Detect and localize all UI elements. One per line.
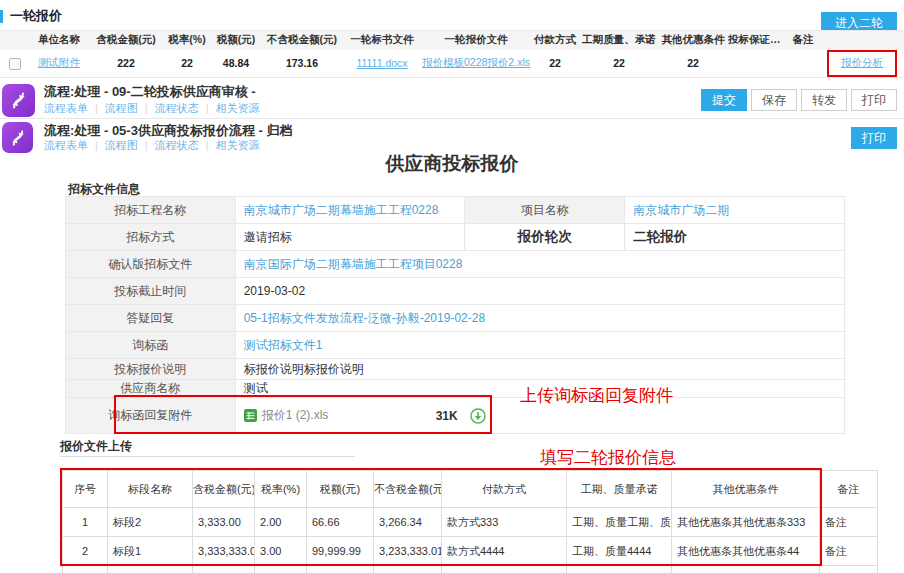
quote-header-row: 序号 标段名称 含税金额(元) 税率(%) 税额(元) 不含税金额(元) 付款方… xyxy=(63,471,878,508)
workflow-buttons: 提交 保存 转发 打印 xyxy=(701,89,897,111)
form-row: 投标报价说明 标报价说明标报价说明 xyxy=(66,359,845,380)
cell-seq: 2 xyxy=(63,537,108,566)
page: 一轮报价 进入二轮 单位名称 含税金额(元) 税率(%) 税额(元) 不含税金额… xyxy=(0,0,904,573)
workflow-title: 流程:处理 - 09-二轮投标供应商审核 - xyxy=(44,83,256,101)
col-header: 付款方式 xyxy=(442,471,567,508)
divider: | xyxy=(206,102,209,114)
cell-amount: 222 xyxy=(88,50,164,78)
cell-quality: 22 xyxy=(580,50,658,78)
workflow-links: 流程表单|流程图|流程状态|相关资源 xyxy=(44,101,260,116)
forward-button[interactable]: 转发 xyxy=(801,89,847,111)
cell-no-tax: 173.16 xyxy=(262,50,342,78)
cell-rate: 2.00 xyxy=(255,508,307,537)
wf-link-diagram[interactable]: 流程图 xyxy=(105,139,138,151)
confirm-doc-link[interactable]: 南京国际广场二期幕墙施工工程项目0228 xyxy=(244,257,463,271)
download-icon[interactable] xyxy=(470,408,486,424)
col-header: 其他优惠条件 xyxy=(658,31,728,50)
divider: | xyxy=(206,139,209,151)
col-header: 工期质量、承诺 xyxy=(580,31,658,50)
cell-note: 备注 xyxy=(820,508,878,537)
col-header: 其他优惠条件 xyxy=(672,471,820,508)
cell-amount: 3,333.00 xyxy=(193,508,255,537)
cell-rate: 22 xyxy=(164,50,210,78)
divider: | xyxy=(95,102,98,114)
quote-row: 1 标段2 3,333.00 2.00 66.66 3,266.34 款方式33… xyxy=(63,508,878,537)
form-row: 招标方式 邀请招标 报价轮次 二轮报价 xyxy=(66,224,845,251)
workflow-2: 流程:处理 - 05-3供应商投标报价流程 - 归档 流程表单|流程图|流程状态… xyxy=(0,120,904,151)
wf-link-form[interactable]: 流程表单 xyxy=(44,102,88,114)
form-row: 投标截止时间 2019-03-02 xyxy=(66,278,845,305)
cell-section: 标段2 xyxy=(108,508,193,537)
unit-name-link[interactable]: 测试附件 xyxy=(38,56,80,68)
field-label: 询标函 xyxy=(66,332,236,359)
save-button[interactable]: 保存 xyxy=(751,89,797,111)
form-row: 确认版招标文件 南京国际广场二期幕墙施工工程项目0228 xyxy=(66,251,845,278)
cell-quality: 工期、质量4444 xyxy=(567,537,672,566)
project-name-link[interactable]: 南京城市广场二期幕墙施工工程0228 xyxy=(244,203,439,217)
cell-note xyxy=(786,50,820,78)
select-all-header xyxy=(0,31,30,50)
bid-file-link[interactable]: 11111.docx xyxy=(356,57,407,69)
cell-section: 标段1 xyxy=(108,537,193,566)
print-button[interactable]: 打印 xyxy=(851,89,897,111)
col-header: 序号 xyxy=(63,471,108,508)
form-row: 询标函 测试招标文件1 xyxy=(66,332,845,359)
quote-upload-table: 序号 标段名称 含税金额(元) 税率(%) 税额(元) 不含税金额(元) 付款方… xyxy=(62,470,878,573)
table-row: 测试附件 222 22 48.84 173.16 11111.docx 报价模板… xyxy=(0,50,904,78)
cell-note: 备注 xyxy=(820,537,878,566)
attachment-size: 31K xyxy=(436,409,458,423)
first-round-header-row: 单位名称 含税金额(元) 税率(%) 税额(元) 不含税金额(元) 一轮标书文件… xyxy=(0,31,904,50)
col-header: 投标保证金证... xyxy=(728,31,786,50)
wf-link-diagram[interactable]: 流程图 xyxy=(105,102,138,114)
cell-tax: 66.66 xyxy=(307,508,374,537)
wf-link-resources[interactable]: 相关资源 xyxy=(216,102,260,114)
wf-link-status[interactable]: 流程状态 xyxy=(155,102,199,114)
col-header: 一轮报价文件 xyxy=(422,31,530,50)
round-label: 报价轮次 xyxy=(465,224,625,251)
quote-row-partial xyxy=(63,566,878,573)
col-header: 单位名称 xyxy=(30,31,88,50)
first-round-table: 单位名称 含税金额(元) 税率(%) 税额(元) 不含税金额(元) 一轮标书文件… xyxy=(0,30,904,78)
col-header: 付款方式 xyxy=(530,31,580,50)
col-header: 一轮标书文件 xyxy=(342,31,422,50)
cell-payment: 款方式333 xyxy=(442,508,567,537)
field-label: 招标方式 xyxy=(66,224,236,251)
attachment-filename[interactable]: 报价1 (2).xls xyxy=(262,407,329,424)
form-row: 供应商名称 测试 xyxy=(66,380,845,398)
row-checkbox[interactable] xyxy=(9,58,21,70)
field-label: 招标工程名称 xyxy=(66,197,236,224)
cell-other: 22 xyxy=(658,50,728,78)
page-title: 供应商投标报价 xyxy=(0,151,904,177)
cell-other: 其他优惠条其他优惠条44 xyxy=(672,537,820,566)
col-header: 不含税金额(元) xyxy=(374,471,442,508)
submit-button[interactable]: 提交 xyxy=(701,89,747,111)
cell-seq: 1 xyxy=(63,508,108,537)
first-round-header: 一轮报价 xyxy=(0,7,62,25)
excel-file-icon xyxy=(244,409,257,422)
col-header: 税额(元) xyxy=(210,31,262,50)
wf-link-status[interactable]: 流程状态 xyxy=(155,139,199,151)
field-label: 答疑回复 xyxy=(66,305,236,332)
quote-file-link[interactable]: 报价模板0228报价2.xls xyxy=(422,56,530,68)
workflow-icon xyxy=(2,84,35,117)
qa-reply-link[interactable]: 05-1招标文件发放流程-泛微-孙毅-2019-02-28 xyxy=(244,311,485,325)
accent-bar xyxy=(0,10,3,23)
field-label: 项目名称 xyxy=(465,197,625,224)
form-row: 答疑回复 05-1招标文件发放流程-泛微-孙毅-2019-02-28 xyxy=(66,305,845,332)
annotation-upload-reply: 上传询标函回复附件 xyxy=(520,384,673,407)
field-label: 询标函回复附件 xyxy=(66,398,236,434)
col-header: 含税金额(元) xyxy=(193,471,255,508)
section-quote-upload: 报价文件上传 xyxy=(60,438,132,455)
cell-other: 其他优惠条其他优惠条333 xyxy=(672,508,820,537)
inquiry-letter-link[interactable]: 测试招标文件1 xyxy=(244,338,323,352)
form-row-attachment: 询标函回复附件 报价1 (2).xls 31K xyxy=(66,398,845,434)
print-button[interactable]: 打印 xyxy=(851,127,897,149)
divider: | xyxy=(145,102,148,114)
first-round-title: 一轮报价 xyxy=(10,7,62,25)
wf-link-resources[interactable]: 相关资源 xyxy=(216,139,260,151)
wf-link-form[interactable]: 流程表单 xyxy=(44,139,88,151)
quote-analysis-link[interactable]: 报价分析 xyxy=(841,56,883,68)
field-label: 投标报价说明 xyxy=(66,359,236,380)
col-header: 备注 xyxy=(786,31,820,50)
project-title-link[interactable]: 南京城市广场二期 xyxy=(633,203,729,217)
